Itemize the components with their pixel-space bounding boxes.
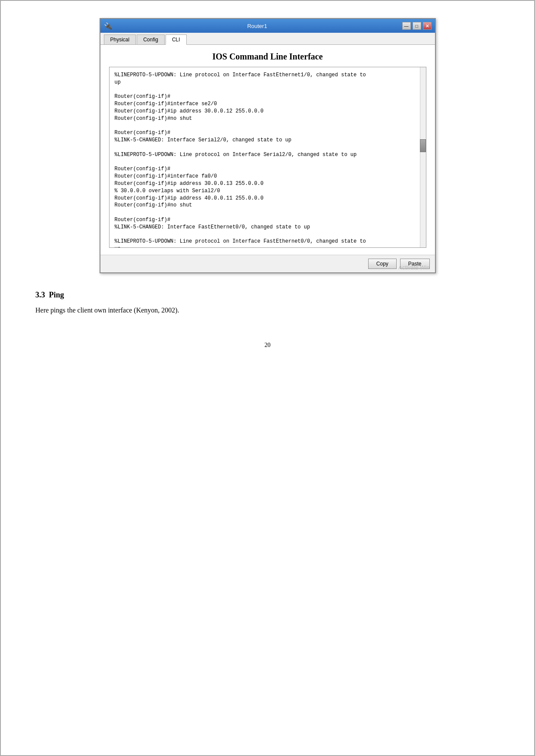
router-window: 🔌 Router1 — □ ✕ Physical Config CLI IOS … (100, 18, 436, 273)
section-paragraph: Here pings the client own interface (Ken… (35, 305, 500, 316)
activate-watermark: Activate Win (398, 264, 429, 271)
maximize-button[interactable]: □ (413, 22, 421, 30)
scrollbar-thumb[interactable] (420, 139, 426, 152)
section-title: Ping (49, 291, 64, 299)
page-number: 20 (27, 342, 508, 349)
router-footer: Copy Paste Activate Win (100, 255, 435, 272)
section-number: 3.3 (35, 291, 45, 299)
router-titlebar: 🔌 Router1 — □ ✕ (100, 19, 435, 33)
tab-config[interactable]: Config (137, 34, 165, 44)
minimize-button[interactable]: — (402, 22, 411, 30)
cli-terminal[interactable]: %LINEPROTO-5-UPDOWN: Line protocol on In… (109, 67, 426, 248)
router-title: Router1 (113, 23, 402, 29)
tab-cli[interactable]: CLI (166, 34, 187, 45)
titlebar-controls: — □ ✕ (402, 22, 432, 30)
tab-physical[interactable]: Physical (104, 34, 136, 44)
scrollbar-track[interactable] (420, 67, 426, 247)
copy-button[interactable]: Copy (368, 259, 397, 269)
ios-title: IOS Command Line Interface (109, 52, 426, 62)
close-button[interactable]: ✕ (423, 22, 432, 30)
terminal-output: %LINEPROTO-5-UPDOWN: Line protocol on In… (115, 72, 421, 248)
doc-section: 3.3 Ping Here pings the client own inter… (27, 291, 508, 316)
section-heading: 3.3 Ping (35, 291, 500, 300)
router-window-wrapper: 🔌 Router1 — □ ✕ Physical Config CLI IOS … (27, 18, 508, 273)
router-tabs: Physical Config CLI (100, 33, 435, 45)
page-container: 🔌 Router1 — □ ✕ Physical Config CLI IOS … (0, 0, 535, 756)
router-icon: 🔌 (104, 22, 113, 30)
router-body: IOS Command Line Interface %LINEPROTO-5-… (100, 45, 435, 255)
